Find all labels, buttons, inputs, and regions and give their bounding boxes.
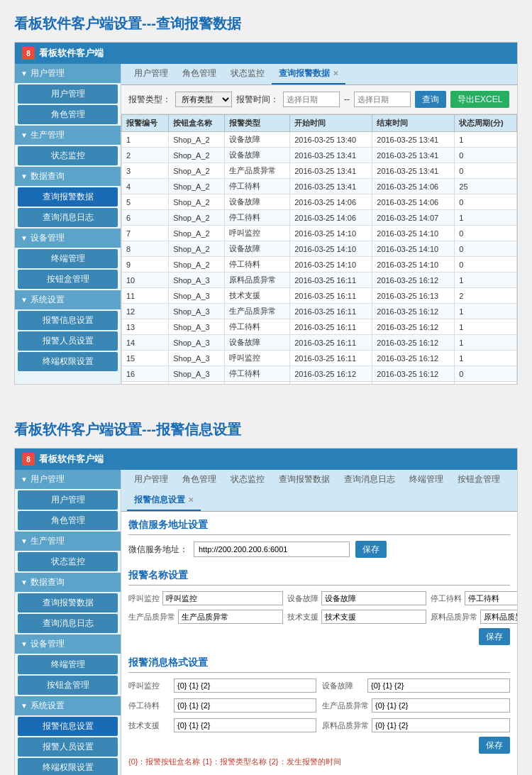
alarm-name-save-button[interactable]: 保存 [479,628,510,645]
wechat-url-input[interactable] [194,542,350,557]
table-cell-0: 14 [122,335,169,351]
query-end-date[interactable] [354,92,411,107]
format-input-2[interactable] [367,678,510,693]
sidebar-item-terminal-perm[interactable]: 终端权限设置 [18,352,118,371]
format-item-4: 生产品质异常 [322,698,510,713]
alarm-name-input-4[interactable] [178,610,283,624]
sidebar-group-production: ▼ 生产管理 状态监控 [15,126,121,165]
sidebar-item-terminal[interactable]: 终端管理 [18,249,118,268]
tab2-terminal[interactable]: 终端管理 [402,470,450,490]
table-row: 12Shop_A_3生产品质异常2016-03-25 16:112016-03-… [122,304,517,319]
format-input-4[interactable] [372,698,510,713]
sidebar2-group-user-header[interactable]: ▼ 用户管理 [15,470,121,489]
sidebar2-item-status[interactable]: 状态监控 [18,552,118,571]
search-button[interactable]: 查询 [415,91,446,108]
table-cell-0: 6 [122,210,169,226]
tab-user-mgmt[interactable]: 用户管理 [127,64,175,84]
sidebar-group-system: ▼ 系统设置 报警信息设置 报警人员设置 终端权限设置 [15,290,121,371]
query-type-select[interactable]: 所有类型 [175,92,232,107]
query-start-date[interactable] [283,92,340,107]
sidebar2-item-user-mgmt[interactable]: 用户管理 [18,490,118,510]
export-button[interactable]: 导出EXCEL [450,91,509,108]
table-cell-0: 13 [122,319,169,335]
sidebar-group-system-label: 系统设置 [31,294,65,306]
sidebar2-group-system-header[interactable]: ▼ 系统设置 [15,696,121,715]
table-cell-0: 8 [122,241,169,257]
alarm-name-input-3[interactable] [465,591,517,605]
sidebar-item-status[interactable]: 状态监控 [18,146,118,165]
col-period: 状态周期(分) [455,115,517,132]
sidebar2-group-production-header[interactable]: ▼ 生产管理 [15,532,121,551]
tab2-user[interactable]: 用户管理 [127,470,175,490]
sidebar2-item-query-msg[interactable]: 查询消息日志 [18,614,118,633]
alarm-name-item-6: 原料品质异常 [431,610,517,624]
sidebar-item-role-mgmt[interactable]: 角色管理 [18,105,118,124]
app-window-2: 8 看板软件客户端 ▼ 用户管理 用户管理 角色管理 ▼ 生产管理 [14,448,518,775]
format-label-6: 原料品质异常 [322,720,369,731]
format-input-6[interactable] [372,718,510,732]
tab2-status[interactable]: 状态监控 [223,470,272,490]
table-cell-2: 呼叫监控 [225,351,290,366]
sidebar2-item-role-mgmt[interactable]: 角色管理 [18,511,118,530]
wechat-save-button[interactable]: 保存 [355,541,387,558]
tab2-alarm-settings[interactable]: 报警信息设置✕ [127,490,201,511]
sidebar2-item-alarm-staff[interactable]: 报警人员设置 [18,737,118,757]
format-input-3[interactable] [174,698,316,713]
sidebar-item-button-box[interactable]: 按钮盒管理 [18,270,118,289]
table-cell-2: 原料品质异常 [225,273,290,288]
alarm-name-input-5[interactable] [321,610,426,624]
sidebar-item-alarm-settings[interactable]: 报警信息设置 [18,311,118,330]
table-cell-0: 3 [122,163,169,179]
table-cell-3: 2016-03-25 16:11 [290,288,372,304]
table-cell-5: 1 [455,335,517,351]
table-row: 3Shop_A_2生产品质异常2016-03-25 13:412016-03-2… [122,163,517,179]
sidebar2-group-data-label: 数据查询 [31,576,65,588]
section1-title: 看板软件客户端设置---查询报警数据 [14,14,518,33]
sidebar2-item-alarm-settings[interactable]: 报警信息设置 [18,717,118,736]
table-cell-2: 停工待料 [225,319,290,335]
sidebar-group-user-header[interactable]: ▼ 用户管理 [15,64,121,83]
sidebar2-group-data-header[interactable]: ▼ 数据查询 [15,573,121,592]
tab-close-icon[interactable]: ✕ [333,70,338,77]
tab2-alarm[interactable]: 查询报警数据 [272,470,337,490]
main-content-2: 用户管理 角色管理 状态监控 查询报警数据 查询消息日志 终端管理 按钮盒管理 … [121,470,517,775]
sidebar-group-system-header[interactable]: ▼ 系统设置 [15,290,121,309]
sidebar-group-data-header[interactable]: ▼ 数据查询 [15,167,121,186]
alarm-name-input-6[interactable] [480,610,517,624]
alarm-format-save-button[interactable]: 保存 [479,737,510,754]
sidebar2-group-system-label: 系统设置 [31,700,65,712]
alarm-name-item-3: 停工待料 [431,591,517,605]
sidebar-item-user-mgmt[interactable]: 用户管理 [18,84,118,104]
sidebar-group-user-label: 用户管理 [31,67,65,79]
tab-role-mgmt[interactable]: 角色管理 [175,64,223,84]
tab-query-alarm[interactable]: 查询报警数据✕ [272,64,345,84]
sidebar-group-production-header[interactable]: ▼ 生产管理 [15,126,121,145]
tab2-msg[interactable]: 查询消息日志 [337,470,402,490]
sidebar-group-device-header[interactable]: ▼ 设备管理 [15,229,121,248]
table-row: 4Shop_A_2停工待料2016-03-25 13:412016-03-25 … [122,179,517,194]
table-cell-5: 0 [455,148,517,163]
wechat-form-row: 微信服务地址： 保存 [128,541,510,558]
sidebar-item-alarm-staff[interactable]: 报警人员设置 [18,331,118,351]
format-input-5[interactable] [174,718,316,732]
sidebar-item-query-alarm[interactable]: 查询报警数据 [18,187,118,207]
tab2-buttonbox[interactable]: 按钮盒管理 [450,470,507,490]
tab2-close-icon[interactable]: ✕ [188,496,194,504]
tab-status-monitor[interactable]: 状态监控 [223,64,272,84]
table-cell-0: 17 [122,382,169,385]
alarm-name-input-2[interactable] [321,591,426,605]
table-cell-3: 2016-03-25 14:10 [290,226,372,241]
sidebar2-group-device-header[interactable]: ▼ 设备管理 [15,634,121,654]
table-cell-1: Shop_A_2 [169,241,225,257]
sidebar2-item-terminal[interactable]: 终端管理 [18,655,118,674]
sidebar2-item-terminal-perm[interactable]: 终端权限设置 [18,758,118,775]
sidebar2-item-query-alarm[interactable]: 查询报警数据 [18,593,118,612]
format-input-1[interactable] [174,678,316,693]
tab2-role[interactable]: 角色管理 [175,470,223,490]
sidebar-1: ▼ 用户管理 用户管理 角色管理 ▼ 生产管理 状态监控 ▼ [15,64,121,384]
sidebar2-item-button-box[interactable]: 按钮盒管理 [18,676,118,695]
table-cell-2: 技术支援 [225,288,290,304]
sidebar2-group-system: ▼ 系统设置 报警信息设置 报警人员设置 终端权限设置 [15,696,121,775]
alarm-name-input-1[interactable] [162,591,283,605]
sidebar-item-query-msg[interactable]: 查询消息日志 [18,208,118,227]
